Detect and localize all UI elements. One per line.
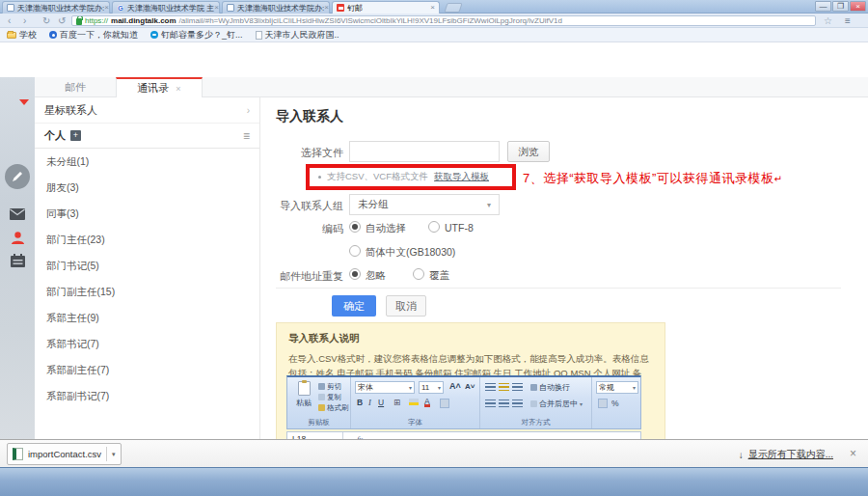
tutorial-annotation: 7、选择“获取导入模板”可以获得通讯录模板↵ xyxy=(523,170,782,187)
forward-icon[interactable]: › xyxy=(23,14,26,27)
calendar-icon[interactable] xyxy=(10,253,25,268)
tab-label: 通讯录 xyxy=(137,81,169,96)
sidebar-group-dept-secretary[interactable]: 部门书记(5) xyxy=(35,253,259,279)
merge-label: 合并后居中 xyxy=(539,399,578,409)
sidebar-group-dept-deputy-director[interactable]: 部门副主任(15) xyxy=(35,279,259,305)
browser-tab-1[interactable]: 天津渤海职业技术学院办: × xyxy=(2,1,110,14)
bookmark-baidu[interactable]: 百度一下，你就知道 xyxy=(49,29,138,41)
address-bar[interactable]: https://mail.dingtalk.com/alimail/#h=WyJ… xyxy=(71,15,816,26)
sidebar-group-dept-director[interactable]: 部门主任(23) xyxy=(35,227,259,253)
show-all-label: 显示所有下载内容... xyxy=(748,448,833,461)
annotation-text: 7、选择“获取导入模板”可以获得通讯录模板 xyxy=(523,171,773,185)
ok-button[interactable]: 确定 xyxy=(332,295,376,317)
sidebar-group-friends[interactable]: 朋友(3) xyxy=(35,175,259,201)
sidebar-section-personal[interactable]: 个人 + ≡ xyxy=(35,124,259,149)
group-label: 未分组(1) xyxy=(46,155,89,169)
ding-icon xyxy=(150,31,158,39)
get-template-link[interactable]: 获取导入模板 xyxy=(434,171,489,183)
sidebar-group-faculty-secretary[interactable]: 系部书记(7) xyxy=(35,331,259,357)
sidebar-group-colleagues[interactable]: 同事(3) xyxy=(35,201,259,227)
add-group-icon[interactable]: + xyxy=(70,130,81,141)
bookmark-gov[interactable]: 天津市人民政府国.. xyxy=(256,29,339,41)
tab-close-icon[interactable]: × xyxy=(104,4,109,12)
hamburger-icon[interactable]: ≡ xyxy=(243,129,250,143)
group-label: 系部副主任(7) xyxy=(46,364,109,377)
close-icon[interactable]: × xyxy=(176,84,180,94)
minimize-button[interactable]: — xyxy=(815,1,831,12)
shrink-font-icon: A˅ xyxy=(465,382,475,391)
borders-icon: ⊞ xyxy=(393,398,400,407)
clipboard-group-label: 剪贴板 xyxy=(287,418,350,427)
group-select[interactable]: 未分组 ▾ xyxy=(349,194,500,215)
sidebar-group-faculty-director[interactable]: 系部主任(9) xyxy=(35,305,259,331)
tab-close-icon[interactable]: × xyxy=(324,4,329,12)
radio-encoding-auto[interactable] xyxy=(349,221,361,233)
tab-close-icon[interactable]: × xyxy=(430,4,435,12)
left-rail xyxy=(0,77,35,439)
download-item[interactable]: importContact.csv ▾ xyxy=(7,443,122,465)
align-right-icon xyxy=(512,400,523,407)
bookmark-dingmail[interactable]: 钉邮容量多少？_钉... xyxy=(150,29,243,41)
font-name-box: 宋体▾ xyxy=(355,381,415,394)
copy-icon xyxy=(318,394,325,400)
duplicate-ignore-label[interactable]: 忽略 xyxy=(366,269,386,283)
sidebar-group-ungrouped[interactable]: 未分组(1) xyxy=(35,149,259,175)
excel-ribbon-image: 粘贴 剪切 复制 格式刷 剪贴板 宋体▾ 11▾ A˄ A˅ B I U ⊞ A xyxy=(286,375,641,429)
encoding-utf8-label[interactable]: UTF-8 xyxy=(445,222,474,234)
font-size-box: 11▾ xyxy=(419,381,444,394)
sidebar-group-faculty-deputy-secretary[interactable]: 系部副书记(7) xyxy=(35,383,259,409)
bookmark-label: 百度一下，你就知道 xyxy=(60,29,138,41)
menu-icon[interactable]: ≡ xyxy=(845,14,851,27)
radio-duplicate-overwrite[interactable] xyxy=(413,268,424,280)
url-scheme: https:// xyxy=(85,16,108,25)
reload-icon[interactable]: ↺ xyxy=(58,14,66,27)
browser-tab-title: 天津渤海职业技术学院办: xyxy=(17,3,104,14)
cut-label: 剪切 xyxy=(327,382,341,392)
copy-label: 复制 xyxy=(327,393,341,402)
browser-tab-3[interactable]: 天津渤海职业技术学院办: × xyxy=(222,1,330,14)
encoding-gb-label[interactable]: 简体中文(GB18030) xyxy=(366,246,455,260)
cancel-button[interactable]: 取消 xyxy=(386,295,426,317)
radio-duplicate-ignore[interactable] xyxy=(349,268,361,280)
italic-icon: I xyxy=(368,398,371,407)
folder-icon xyxy=(7,32,16,39)
radio-encoding-gb[interactable] xyxy=(349,245,361,257)
maximize-button[interactable]: ❐ xyxy=(832,1,849,12)
show-all-downloads[interactable]: ↓ 显示所有下载内容... xyxy=(739,448,833,461)
grow-font-icon: A˄ xyxy=(449,381,461,391)
new-tab-button[interactable] xyxy=(444,3,462,13)
chevron-down-icon[interactable]: ▾ xyxy=(106,447,116,461)
starred-label: 星标联系人 xyxy=(44,103,97,118)
back-icon[interactable]: ‹ xyxy=(8,14,11,27)
sidebar-item-starred[interactable]: 星标联系人 › xyxy=(35,97,259,124)
encoding-auto-label[interactable]: 自动选择 xyxy=(366,222,406,235)
contacts-icon[interactable] xyxy=(10,230,25,245)
window-controls: — ❐ × xyxy=(815,1,866,12)
chevron-down-icon: ▾ xyxy=(409,384,412,391)
close-button[interactable]: × xyxy=(850,1,866,12)
group-label: 系部书记(7) xyxy=(46,338,99,351)
align-left-icon xyxy=(485,400,496,407)
tab-mail[interactable]: 邮件 xyxy=(35,77,116,97)
chevron-down-icon: ▾ xyxy=(438,384,441,391)
tab-close-icon[interactable]: × xyxy=(214,4,219,12)
sidebar-group-faculty-deputy-director[interactable]: 系部副主任(7) xyxy=(35,357,259,383)
csv-file-icon xyxy=(13,448,23,460)
bookmark-star-icon[interactable]: ☆ xyxy=(824,14,832,27)
browse-button[interactable]: 浏览 xyxy=(507,141,550,162)
tab-contacts[interactable]: 通讯录× xyxy=(116,77,203,97)
fill-color-icon xyxy=(409,399,419,405)
mail-icon[interactable] xyxy=(10,207,25,222)
compose-button[interactable] xyxy=(5,164,30,189)
radio-encoding-utf8[interactable] xyxy=(428,221,440,233)
browser-tab-2[interactable]: G 天津渤海职业技术学院 主 × xyxy=(112,1,220,14)
file-path-input[interactable] xyxy=(349,141,500,162)
browser-tab-dingmail[interactable]: 钉邮 × xyxy=(332,1,440,14)
bookmark-folder-school[interactable]: 学校 xyxy=(7,29,37,41)
page-icon xyxy=(256,31,262,40)
refresh-icon[interactable]: ↻ xyxy=(42,14,50,27)
bookmark-label: 钉邮容量多少？_钉... xyxy=(161,29,243,41)
bookmark-label: 天津市人民政府国.. xyxy=(265,29,339,41)
close-download-bar-icon[interactable]: × xyxy=(850,447,856,460)
duplicate-overwrite-label[interactable]: 覆盖 xyxy=(429,269,449,283)
